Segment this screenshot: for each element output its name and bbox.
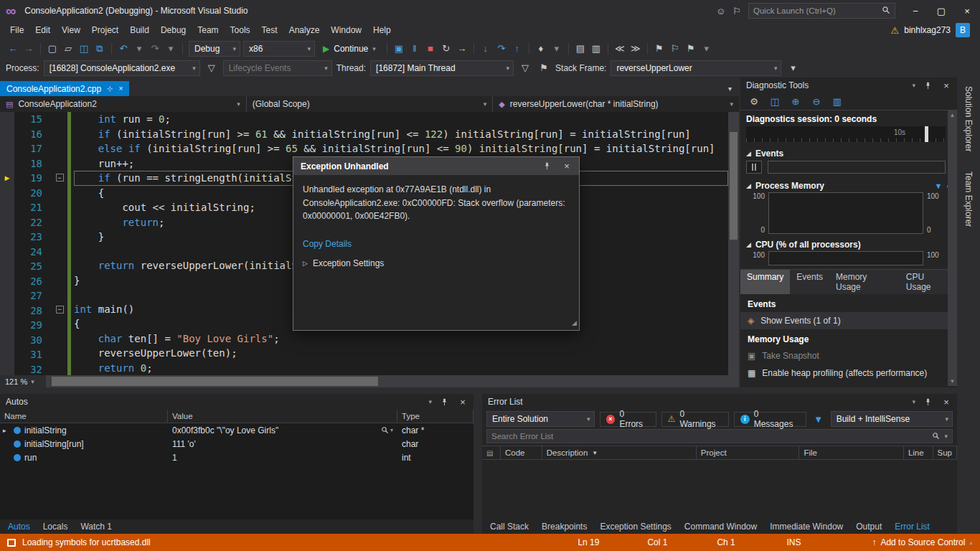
column-header[interactable]: Name [0,410,168,423]
notifications-flag-icon[interactable]: ⚐ [732,6,741,17]
menu-item[interactable]: File [4,23,29,37]
panel-tab[interactable]: Breakpoints [535,519,593,534]
exception-settings-expander[interactable]: ▷ Exception Settings [303,257,570,270]
fold-collapse-icon[interactable]: − [56,174,64,182]
window-position-caret-icon[interactable]: ▾ [428,398,432,405]
reset-view-icon[interactable]: ▥ [830,94,844,110]
show-threads-icon[interactable]: ▤ [573,41,588,57]
window-position-caret-icon[interactable]: ▾ [912,82,915,89]
column-header[interactable]: Project [697,446,800,459]
minimize-button[interactable]: − [903,0,928,22]
diagnostics-scrollbar[interactable]: ▲ ▼ [948,110,957,386]
panel-tab[interactable]: Call Stack [484,519,535,534]
pin-icon[interactable] [438,395,451,408]
settings-icon[interactable]: ⚙ [747,94,761,110]
memory-filter-icon[interactable]: ▼ [934,182,942,190]
diagnostics-caret-icon[interactable]: ▾ [550,41,564,57]
build-intellisense-dropdown[interactable]: Build + IntelliSense ▾ [831,411,953,427]
panel-tab[interactable]: Command Window [678,519,763,534]
code-line-30[interactable]: char ten[] = "Boy Love Girls"; [74,331,728,347]
filter-icon[interactable]: ▼ [811,411,826,427]
nav-backward-icon[interactable]: ← [6,41,20,57]
column-header[interactable]: Type [397,410,473,423]
nav-forward-icon[interactable]: → [22,41,36,57]
resize-grip-icon[interactable]: ◢ [572,319,577,329]
scrollbar-thumb[interactable] [730,132,738,240]
diagnostics-tab[interactable]: Summary [740,270,790,294]
error-list-title-bar[interactable]: Error List ▾ × [482,394,957,410]
project-dropdown[interactable]: ▤ ConsoleApplication2 ▾ [0,96,247,112]
error-list-search-box[interactable]: Search Error List ▾ [486,429,953,443]
bookmark-next-icon[interactable]: ⚑ [684,41,698,57]
process-dropdown[interactable]: [16828] ConsoleApplication2.exe ▾ [44,60,200,76]
scope-filter-dropdown[interactable]: Entire Solution ▾ [486,411,595,427]
panel-tab[interactable]: Exception Settings [593,519,677,534]
stop-debugging-icon[interactable]: ■ [423,41,438,57]
code-line-31[interactable]: reverseUpperLower(ten); [74,346,728,361]
panel-tab[interactable]: Output [849,519,888,534]
text-visualizer-icon[interactable]: ▾ [381,426,393,434]
expand-icon[interactable]: ▸ [3,427,10,434]
side-tab[interactable]: Solution Explorer [963,82,974,156]
panel-tab[interactable]: Immediate Window [763,519,849,534]
column-header[interactable]: Code [501,446,542,459]
title-bar[interactable]: ∞ ConsoleApplication2 (Debugging) - Micr… [0,0,980,22]
indent-decrease-icon[interactable]: ≪ [613,41,627,57]
user-name[interactable]: binhlxag273 [904,25,951,35]
show-source-icon[interactable]: ▥ [589,41,603,57]
restart-icon[interactable]: ↻ [439,41,453,57]
tab-close-icon[interactable]: × [118,85,123,93]
warnings-filter-button[interactable]: ⚠ 0 Warnings [661,412,729,427]
warning-icon[interactable]: ⚠ [891,25,900,36]
scroll-down-icon[interactable]: ▼ [950,378,956,385]
code-line-15[interactable]: int run = 0; [74,112,728,127]
toolbar-overflow-icon[interactable]: ▾ [699,41,714,57]
menu-item[interactable]: Team [192,23,224,37]
events-track[interactable] [768,161,946,174]
column-header[interactable]: File [799,446,903,459]
close-button[interactable]: × [954,0,980,22]
autos-row[interactable]: initialString[run]111 'o'char [0,437,473,451]
maximize-button[interactable]: ▢ [928,0,954,22]
side-tab[interactable]: Team Explorer [963,167,974,231]
panel-tab[interactable]: Autos [1,519,37,534]
select-tools-icon[interactable]: ◫ [768,94,782,110]
add-to-source-control-button[interactable]: ↑ Add to Source Control ▴ [872,537,973,547]
indent-increase-icon[interactable]: ≫ [628,41,643,57]
panel-tab[interactable]: Locals [37,519,75,534]
menu-item[interactable]: Project [86,23,124,37]
document-tab[interactable]: ConsoleApplication2.cpp ⊹ × [0,81,129,96]
bookmark-icon[interactable]: ⚑ [652,41,666,57]
menu-item[interactable]: Build [124,23,155,37]
menu-item[interactable]: Window [325,23,367,37]
close-icon[interactable]: × [560,160,573,173]
show-events-row[interactable]: ◈ Show Events (1 of 1) [740,312,957,329]
menu-item[interactable]: Analyze [283,23,326,37]
autos-title-bar[interactable]: Autos ▾ × [0,394,473,410]
step-into-icon[interactable]: ↓ [479,41,493,57]
column-header[interactable]: ▤ [482,446,501,459]
close-icon[interactable]: × [940,79,953,92]
cpu-chart-area[interactable] [768,251,923,265]
events-section-header[interactable]: ◢ Events [740,146,957,160]
stack-frame-dropdown[interactable]: reverseUpperLower ▾ [611,60,781,76]
save-icon[interactable]: ◫ [77,41,91,57]
column-header[interactable]: Line [904,446,933,459]
cpu-section-header[interactable]: ◢ CPU (% of all processors) [740,237,957,251]
copy-details-link[interactable]: Copy Details [303,237,352,251]
vertical-scrollbar[interactable] [728,112,739,375]
user-avatar[interactable]: B [956,23,970,37]
pin-icon[interactable] [540,160,553,173]
error-list-body[interactable] [482,460,957,519]
messages-filter-button[interactable]: i 0 Messages [734,412,806,427]
fold-margin[interactable]: −− [52,112,67,375]
member-dropdown[interactable]: ◆ reverseUpperLower(char * initialString… [493,96,739,112]
thread-dropdown[interactable]: [16872] Main Thread ▾ [370,60,514,76]
pin-icon[interactable] [921,79,934,92]
column-header[interactable]: Sup [933,446,957,459]
code-line-32[interactable]: return 0; [74,361,728,376]
solution-configuration-dropdown[interactable]: Debug ▾ [189,41,240,57]
breakpoint-margin[interactable]: ► [0,112,14,375]
code-line-17[interactable]: else if (initialString[run] >= 65 && ini… [74,141,728,156]
quick-launch-box[interactable]: Quick Launch (Ctrl+Q) [748,3,895,19]
